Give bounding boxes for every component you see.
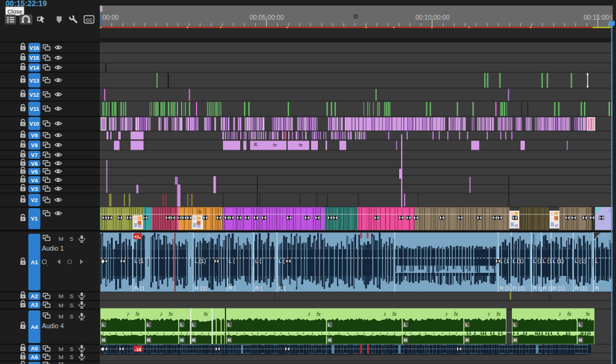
- svg-text:S: S: [70, 302, 73, 309]
- svg-text:L: L: [328, 322, 331, 328]
- svg-text:R (1): R (1): [575, 285, 587, 291]
- svg-text::00:00: :00:00: [101, 14, 119, 21]
- svg-text:L: L: [404, 322, 407, 328]
- svg-text:♪: ♪: [307, 310, 310, 317]
- svg-text:00:10:00:00: 00:10:00:00: [415, 14, 450, 21]
- svg-text:L (: L (: [229, 258, 235, 264]
- svg-text:V10: V10: [30, 121, 39, 127]
- svg-text:S: S: [70, 354, 73, 360]
- svg-text:R: R: [328, 338, 332, 343]
- svg-text:L: L: [514, 322, 517, 328]
- svg-text:R (: R (: [255, 285, 262, 291]
- svg-text:R (1: R (1: [134, 285, 145, 291]
- svg-text:R (:: R (:: [533, 285, 542, 291]
- svg-text:A5: A5: [31, 346, 38, 352]
- svg-text:V11: V11: [30, 106, 39, 112]
- svg-text:R: R: [228, 338, 232, 343]
- svg-text:00:15:00:00: 00:15:00:00: [584, 14, 616, 21]
- svg-text:M: M: [59, 313, 63, 320]
- svg-text:♪: ♪: [160, 310, 163, 317]
- svg-text:,: ,: [47, 261, 49, 267]
- svg-text:L (:: L (:: [255, 258, 263, 264]
- svg-text:V12: V12: [30, 92, 39, 98]
- svg-text:fx: fx: [567, 311, 572, 317]
- svg-text:☰..: ☰..: [254, 142, 260, 147]
- svg-text:-16: -16: [135, 347, 142, 352]
- svg-text:fx: fx: [602, 232, 607, 238]
- svg-text:fx: fx: [317, 311, 321, 317]
- svg-text:R (: R (: [278, 285, 286, 291]
- svg-text:♪: ♪: [487, 310, 490, 317]
- svg-text:V14: V14: [30, 65, 39, 71]
- svg-text:00:05:00:00: 00:05:00:00: [249, 14, 284, 21]
- svg-text:♪: ♪: [126, 310, 129, 317]
- svg-text:R: R: [466, 338, 469, 343]
- svg-text:A4: A4: [31, 324, 38, 330]
- svg-text:fx: fx: [299, 142, 303, 148]
- svg-text:V5: V5: [31, 169, 38, 175]
- svg-text:+1₆: +1₆: [134, 235, 141, 239]
- svg-text:V13: V13: [30, 78, 39, 84]
- svg-text:V16: V16: [30, 45, 39, 51]
- svg-text:fx: fx: [204, 311, 208, 317]
- svg-text:Close: Close: [7, 8, 22, 15]
- svg-text:♪: ♪: [445, 310, 448, 317]
- svg-text:fx: fx: [273, 142, 277, 148]
- svg-text:00:15:22:19: 00:15:22:19: [6, 0, 47, 8]
- svg-text:R (1): R (1): [195, 285, 207, 291]
- svg-text:L: L: [466, 322, 469, 328]
- svg-text:M: M: [59, 346, 63, 352]
- svg-text:V9: V9: [31, 132, 38, 139]
- svg-text:V6: V6: [31, 161, 38, 167]
- svg-text:R: R: [180, 338, 184, 343]
- svg-text:R (1): R (1): [513, 285, 525, 291]
- svg-text:CC: CC: [86, 17, 92, 23]
- svg-text:M: M: [59, 302, 63, 309]
- svg-text:L (1: L (1: [533, 258, 542, 264]
- svg-text:V7: V7: [31, 152, 38, 158]
- svg-text:M: M: [59, 354, 63, 360]
- svg-text:fx: fx: [579, 232, 583, 238]
- svg-text:L (1): L (1): [513, 258, 524, 264]
- svg-text:R (1: R (1: [543, 285, 553, 291]
- svg-text:V2: V2: [31, 197, 38, 203]
- svg-text:V3: V3: [31, 186, 38, 192]
- svg-text:fx: fx: [586, 311, 590, 317]
- svg-text:L: L: [579, 322, 582, 328]
- svg-text:fx: fx: [207, 232, 211, 238]
- svg-text:L (1: L (1: [134, 258, 144, 264]
- svg-text:A1: A1: [31, 259, 38, 265]
- svg-text:L (1: L (1: [500, 258, 509, 264]
- svg-text:S: S: [70, 293, 73, 299]
- svg-text:L: L: [147, 322, 150, 328]
- svg-text:V1: V1: [31, 216, 38, 222]
- svg-text:A2: A2: [31, 293, 38, 299]
- svg-text:L (1: L (1: [543, 258, 552, 264]
- svg-text:Audio 4: Audio 4: [42, 322, 64, 330]
- svg-text:fx: fx: [496, 311, 501, 317]
- svg-text:S: S: [70, 235, 73, 242]
- svg-text:R (: R (: [229, 285, 236, 291]
- svg-text:L: L: [102, 322, 105, 328]
- svg-text:R: R: [192, 338, 196, 343]
- svg-text:fx: fx: [136, 311, 140, 317]
- svg-text:L: L: [192, 322, 195, 328]
- svg-text:A6: A6: [31, 354, 38, 360]
- svg-text:L (: L (: [278, 258, 285, 264]
- svg-text:fx: fx: [454, 311, 458, 317]
- svg-text:R: R: [102, 338, 106, 343]
- svg-text:L: L: [595, 258, 598, 264]
- svg-text:V4: V4: [31, 177, 38, 184]
- svg-text:R (1: R (1: [500, 285, 510, 291]
- svg-text:M: M: [59, 360, 63, 364]
- svg-text:♪: ♪: [558, 310, 561, 317]
- svg-text:R: R: [514, 338, 517, 343]
- svg-text:L (1): L (1): [553, 258, 564, 264]
- svg-text:S: S: [70, 346, 73, 352]
- svg-text:R: R: [595, 285, 599, 291]
- svg-text:M: M: [59, 235, 63, 242]
- svg-text:V8: V8: [31, 142, 38, 148]
- svg-text:fx: fx: [392, 311, 397, 317]
- svg-text:R: R: [147, 338, 151, 343]
- svg-text:Audio 1: Audio 1: [42, 245, 64, 252]
